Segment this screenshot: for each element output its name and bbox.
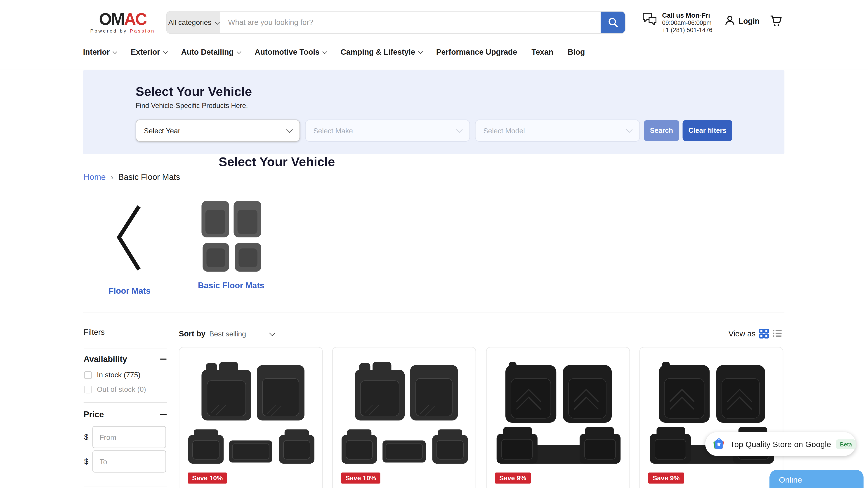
- google-top-quality-store-badge[interactable]: Top Quality Store on Google Beta: [705, 432, 856, 456]
- login-button[interactable]: Login: [725, 15, 760, 26]
- sort-select[interactable]: Best selling: [209, 326, 275, 342]
- currency-symbol: $: [84, 457, 88, 466]
- user-icon: [725, 15, 735, 26]
- list-view-button[interactable]: [773, 329, 782, 340]
- list-view-icon: [773, 329, 782, 337]
- breadcrumb-separator: ›: [111, 172, 113, 181]
- grid-view-button[interactable]: [759, 329, 769, 341]
- chevron-down-icon: [163, 49, 168, 54]
- google-badge-label: Top Quality Store on Google: [730, 440, 831, 449]
- nav-item-auto-detailing[interactable]: Auto Detailing: [181, 48, 240, 57]
- contact-info[interactable]: Call us Mon-Fri 09:00am-06:00pm +1 (281)…: [642, 12, 712, 34]
- product-card[interactable]: Save 10%: [179, 347, 323, 488]
- nav-item-automotive-tools[interactable]: Automotive Tools: [255, 48, 326, 57]
- discount-badge: Save 10%: [341, 473, 381, 484]
- chat-status: Online: [779, 475, 802, 484]
- sidebar-divider: [84, 349, 167, 349]
- product-card[interactable]: Save 9%: [640, 347, 783, 488]
- filter-in-stock[interactable]: In stock (775): [84, 371, 141, 379]
- discount-badge: Save 9%: [495, 473, 530, 484]
- select-make-dropdown[interactable]: Select Make: [305, 120, 470, 142]
- nav-item-performance-upgrade[interactable]: Performance Upgrade: [436, 48, 517, 57]
- product-image-floor-mat-set: [339, 362, 470, 464]
- price-from-row: $: [84, 426, 166, 448]
- logo-wordmark: OMAC: [90, 11, 155, 28]
- sidebar-divider: [84, 402, 167, 402]
- out-of-stock-checkbox[interactable]: [84, 385, 92, 393]
- login-label: Login: [739, 16, 760, 25]
- chevron-down-icon: [456, 126, 463, 133]
- category-label: Floor Mats: [96, 286, 163, 295]
- chevron-down-icon: [626, 126, 633, 133]
- floor-mats-thumbnail: [191, 196, 271, 276]
- breadcrumb-current: Basic Floor Mats: [118, 172, 180, 182]
- search-category-label: All categories: [168, 18, 211, 27]
- beta-tag: Beta: [836, 439, 856, 449]
- nav-item-interior[interactable]: Interior: [83, 48, 116, 57]
- select-model-dropdown[interactable]: Select Model: [475, 120, 640, 142]
- sort-value: Best selling: [209, 330, 246, 338]
- chevron-down-icon: [322, 49, 327, 54]
- nav-item-camping-lifestyle[interactable]: Camping & Lifestyle: [341, 48, 422, 57]
- vehicle-selector-title: Select Your Vehicle: [219, 154, 335, 169]
- nav-item-exterior[interactable]: Exterior: [131, 48, 167, 57]
- price-to-input[interactable]: [92, 450, 166, 473]
- chevron-down-icon: [113, 49, 118, 54]
- contact-title: Call us Mon-Fri: [662, 12, 712, 20]
- availability-section-toggle[interactable]: Availability: [84, 354, 166, 363]
- breadcrumb-home-link[interactable]: Home: [84, 172, 106, 182]
- search-bar: All categories: [166, 11, 626, 34]
- sort-by-label: Sort by: [179, 329, 206, 338]
- chat-widget[interactable]: Online: [770, 470, 864, 488]
- contact-text: Call us Mon-Fri 09:00am-06:00pm +1 (281)…: [662, 12, 712, 34]
- google-shopping-bag-icon: [712, 436, 725, 452]
- price-section-toggle[interactable]: Price: [84, 410, 166, 419]
- chevron-down-icon: [418, 49, 423, 54]
- product-card[interactable]: Save 10%: [332, 347, 476, 488]
- back-arrow-icon: [112, 202, 147, 274]
- product-card[interactable]: Save 9%: [486, 347, 630, 488]
- chevron-down-icon: [286, 126, 293, 133]
- search-category-dropdown[interactable]: All categories: [166, 11, 220, 33]
- contact-hours: 09:00am-06:00pm: [662, 20, 712, 27]
- vehicle-selector-subtitle: Find Vehicle-Specific Products Here.: [135, 102, 248, 109]
- category-card-basic-floor-mats[interactable]: Basic Floor Mats: [191, 196, 271, 290]
- search-icon: [608, 17, 618, 28]
- section-divider: [83, 313, 784, 313]
- search-button[interactable]: [600, 11, 625, 33]
- cart-button[interactable]: [770, 15, 782, 29]
- currency-symbol: $: [84, 433, 88, 442]
- logo-tagline: Powered by Passion: [90, 28, 155, 34]
- cart-icon: [770, 15, 782, 27]
- chat-bubbles-icon: [642, 12, 657, 26]
- view-as-label: View as: [728, 329, 755, 338]
- chevron-down-icon: [237, 49, 241, 54]
- category-label: Basic Floor Mats: [191, 281, 271, 290]
- price-from-input[interactable]: [92, 426, 166, 448]
- in-stock-label: In stock (775): [97, 371, 141, 379]
- select-year-dropdown[interactable]: Select Year: [135, 120, 300, 142]
- clear-filters-button[interactable]: Clear filters: [683, 120, 733, 141]
- chevron-down-icon: [269, 330, 276, 336]
- out-of-stock-label: Out of stock (0): [97, 385, 146, 393]
- category-card-floor-mats[interactable]: Floor Mats: [96, 196, 163, 295]
- vehicle-selector-title: Select Your Vehicle: [135, 84, 252, 99]
- discount-badge: Save 10%: [188, 473, 227, 484]
- search-input[interactable]: [220, 11, 600, 33]
- grid-view-icon: [759, 329, 769, 339]
- main-nav: Interior Exterior Auto Detailing Automot…: [83, 48, 585, 57]
- store-logo[interactable]: OMAC Powered by Passion: [90, 11, 155, 34]
- nav-item-blog[interactable]: Blog: [568, 48, 585, 57]
- breadcrumb: Home › Basic Floor Mats: [84, 172, 180, 182]
- price-to-row: $: [84, 450, 166, 473]
- page: OMAC Powered by Passion All categories: [0, 0, 868, 488]
- vehicle-search-button[interactable]: Search: [644, 120, 679, 141]
- nav-item-texan[interactable]: Texan: [531, 48, 553, 57]
- in-stock-checkbox[interactable]: [84, 371, 92, 379]
- sidebar-divider: [84, 486, 167, 486]
- filters-title: Filters: [84, 328, 105, 336]
- product-image-floor-mat-set: [493, 362, 624, 464]
- collapse-minus-icon: [160, 358, 166, 359]
- filter-out-of-stock[interactable]: Out of stock (0): [84, 385, 146, 393]
- collapse-minus-icon: [160, 414, 166, 415]
